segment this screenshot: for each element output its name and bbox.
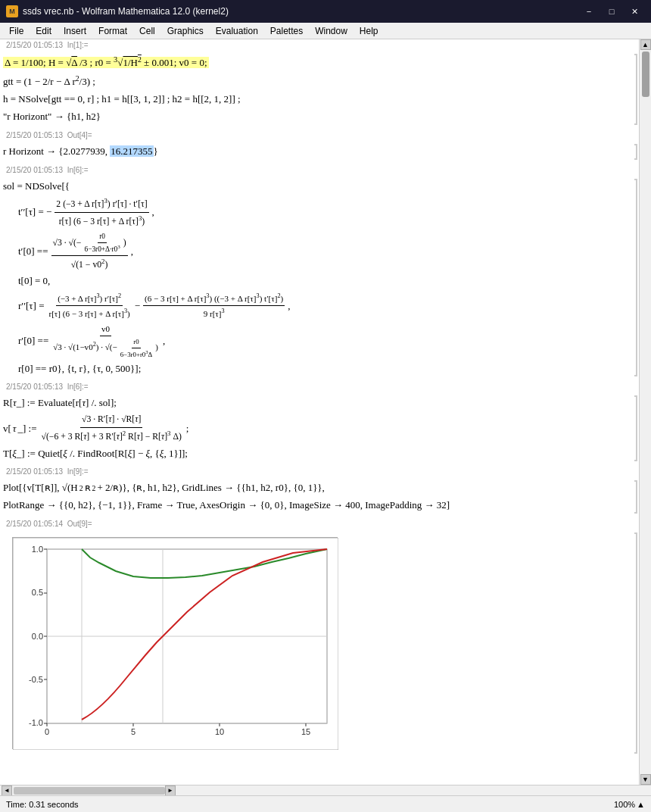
title-bar: M ssds vrec.nb - Wolfram Mathematica 12.…	[0, 0, 651, 23]
minimize-button[interactable]: −	[578, 4, 600, 19]
cell-bracket-in9[interactable]	[633, 477, 639, 517]
menu-window[interactable]: Window	[309, 23, 354, 39]
cell-timestamp-3: 2/15/20 01:05:13 In[6]:=	[0, 164, 639, 174]
notebook: 2/15/20 01:05:13 In[1]:= Δ = 1/100; H = …	[0, 39, 651, 785]
ndsolveline-5: r′′[τ] = (−3 + Δ r[τ]3) r′[τ]2 r[τ] (6 −…	[18, 291, 627, 321]
menu-format[interactable]: Format	[92, 23, 133, 39]
cell-bracket-1[interactable]	[633, 51, 639, 128]
svg-text:0: 0	[45, 727, 49, 736]
menu-bar: File Edit Insert Format Cell Graphics Ev…	[0, 23, 651, 39]
svg-text:10: 10	[215, 727, 224, 736]
ndsolveline-2: t′′[τ] = − 2 (−3 + Δ r[τ]3) r′[τ] · t′[τ…	[18, 195, 627, 229]
zoom-area: 100% ▲	[614, 800, 645, 809]
zoom-level: 100%	[614, 800, 635, 809]
svg-text:15: 15	[301, 727, 310, 736]
scroll-up-button[interactable]: ▲	[640, 39, 651, 50]
svg-text:-1.0: -1.0	[29, 718, 43, 727]
ndsolveline-4: t[0] = 0,	[18, 273, 627, 289]
hscroll-right-button[interactable]: ►	[165, 785, 176, 796]
math-line-4: "r Horizont" → {h1, h2}	[3, 109, 627, 125]
menu-help[interactable]: Help	[354, 23, 385, 39]
cell-group-1: Δ = 1/100; H = √Δ /3 ; r0 = 3√1/H2 ± 0.0…	[0, 49, 639, 130]
scroll-track	[640, 50, 651, 774]
cell-timestamp-4: 2/15/20 01:05:13 In[6]:=	[0, 381, 639, 391]
cell-group-out9: 0 5 10 15 1.0 0.5	[0, 528, 639, 758]
close-button[interactable]: ✕	[624, 4, 645, 19]
cell-timestamp-6: 2/15/20 01:05:14 Out[9]=	[0, 518, 639, 528]
window-title: ssds vrec.nb - Wolfram Mathematica 12.0 …	[23, 6, 578, 17]
svg-text:1.0: 1.0	[32, 545, 43, 554]
tdef: T[ξ_] := Quiet[ξ /. FindRoot[R[ξ] − ξ, {…	[3, 446, 627, 462]
cell-output-4: r Horizont → {2.0277939, 16.217355}	[0, 141, 633, 163]
ndsolveline-6: r′[0] == v0 √3 · √(1−v02) · √(−r06−3r0+r…	[18, 323, 627, 360]
plotcmd: Plot[{v[T[ʀ]], √(H2 ʀ2 + 2/ʀ)}, {ʀ, h1, …	[3, 480, 627, 496]
menu-file[interactable]: File	[3, 23, 30, 39]
plot-svg: 0 5 10 15 1.0 0.5	[13, 538, 338, 750]
scrollbar-right[interactable]: ▲ ▼	[639, 39, 651, 785]
scrollbar-bottom: ◄ ►	[0, 785, 651, 795]
ndsolveline-7: r[0] == r0}, {t, r}, {τ, 0, 500}];	[18, 361, 627, 377]
scroll-thumb[interactable]	[642, 52, 649, 97]
cell-timestamp-5: 2/15/20 01:05:13 In[9]:=	[0, 466, 639, 476]
rdef: R[τ_] := Evaluate[r[τ] /. sol];	[3, 395, 627, 411]
svg-text:-0.5: -0.5	[29, 675, 43, 684]
plot-output: 0 5 10 15 1.0 0.5	[12, 537, 338, 749]
cell-output-9: 0 5 10 15 1.0 0.5	[0, 529, 633, 757]
vdef: v[τ_] := √3 · R′[τ] · √R[τ] √(−6 + 3 R[τ…	[3, 413, 627, 444]
menu-cell[interactable]: Cell	[133, 23, 161, 39]
hscroll-thumb[interactable]	[14, 787, 165, 795]
svg-text:5: 5	[131, 727, 135, 736]
cell-input-1[interactable]: Δ = 1/100; H = √Δ /3 ; r0 = 3√1/H2 ± 0.0…	[0, 51, 633, 128]
time-status: Time: 0.31 seconds	[6, 800, 79, 809]
cell-group-in9: Plot[{v[T[ʀ]], √(H2 ʀ2 + 2/ʀ)}, {ʀ, h1, …	[0, 476, 639, 518]
math-line-2: gtt = (1 − 2/r − Δ r2/3) ;	[3, 73, 627, 90]
cell-timestamp-1: 2/15/20 01:05:13 In[1]:=	[0, 39, 639, 49]
math-line-3: h = NSolve[gtt == 0, r] ; h1 = h[[3, 1, …	[3, 92, 627, 108]
cell-timestamp-2: 2/15/20 01:05:13 Out[4]=	[0, 130, 639, 139]
cell-group-in6: sol = NDSolve[{ t′′[τ] = − 2 (−3 + Δ r[τ…	[0, 174, 639, 382]
zoom-up-icon[interactable]: ▲	[637, 800, 645, 809]
status-bar: Time: 0.31 seconds 100% ▲	[0, 795, 651, 812]
svg-text:0.5: 0.5	[32, 588, 43, 597]
cell-bracket-in8[interactable]	[633, 392, 639, 464]
menu-insert[interactable]: Insert	[58, 23, 92, 39]
cell-input-8[interactable]: R[τ_] := Evaluate[r[τ] /. sol]; v[τ_] :=…	[0, 392, 633, 464]
scroll-down-button[interactable]: ▼	[640, 774, 651, 785]
cell-bracket-out9[interactable]	[633, 529, 639, 757]
menu-graphics[interactable]: Graphics	[161, 23, 210, 39]
menu-edit[interactable]: Edit	[30, 23, 58, 39]
maximize-button[interactable]: □	[601, 4, 622, 19]
menu-evaluation[interactable]: Evaluation	[210, 23, 264, 39]
ndsolveline-3: t′[0] == √3 · √(−r06−3r0+Δ·r03) √(1 − v0…	[18, 231, 627, 273]
window-controls: − □ ✕	[578, 4, 645, 19]
math-line-1: Δ = 1/100; H = √Δ /3 ; r0 = 3√1/H2 ± 0.0…	[3, 54, 627, 71]
plotcmd2: PlotRange → {{0, h2}, {−1, 1}}, Frame → …	[3, 498, 627, 514]
svg-text:0.0: 0.0	[32, 632, 43, 641]
cell-bracket-in6[interactable]	[633, 176, 639, 380]
menu-palettes[interactable]: Palettes	[264, 23, 309, 39]
cell-bracket-out4[interactable]	[633, 141, 639, 163]
cell-input-6[interactable]: sol = NDSolve[{ t′′[τ] = − 2 (−3 + Δ r[τ…	[0, 176, 633, 380]
highlighted-value-1: 16.217355	[110, 145, 153, 157]
ndsolveline-1: sol = NDSolve[{	[3, 179, 627, 195]
hscroll-left-button[interactable]: ◄	[2, 785, 12, 796]
app-icon: M	[6, 5, 18, 17]
cell-group-in8: R[τ_] := Evaluate[r[τ] /. sol]; v[τ_] :=…	[0, 391, 639, 466]
highlighted-code-1: Δ = 1/100; H = √Δ /3 ; r0 = 3√1/H2 ± 0.0…	[3, 57, 209, 68]
content-area[interactable]: 2/15/20 01:05:13 In[1]:= Δ = 1/100; H = …	[0, 39, 639, 785]
cell-input-9[interactable]: Plot[{v[T[ʀ]], √(H2 ʀ2 + 2/ʀ)}, {ʀ, h1, …	[0, 477, 633, 517]
cell-group-out4: r Horizont → {2.0277939, 16.217355}	[0, 139, 639, 164]
output-4-content: r Horizont → {2.0277939, 16.217355}	[3, 144, 627, 160]
